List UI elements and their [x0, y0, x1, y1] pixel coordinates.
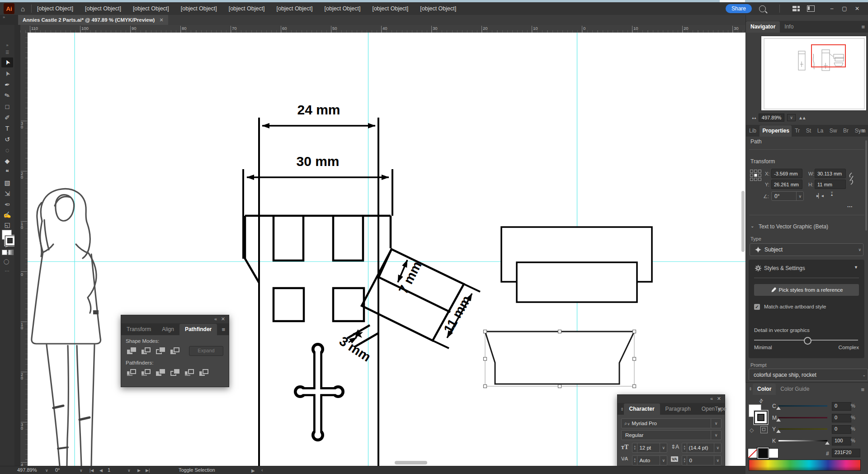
pen-tool[interactable]: ✒ — [1, 80, 13, 90]
color-tab[interactable]: Color — [753, 384, 776, 395]
document-close-icon[interactable]: ✕ — [159, 17, 163, 23]
reference-point-grid[interactable] — [750, 169, 761, 181]
maximize-button[interactable]: ▢ — [838, 5, 851, 12]
font-family-field[interactable]: ⌕∨ Myriad Pro — [621, 418, 712, 428]
eraser-tool[interactable]: ◆ — [1, 156, 13, 166]
toolbar-grip[interactable]: ☰ — [1, 47, 13, 57]
flip-horizontal-icon[interactable]: ▸▏◂ — [816, 193, 823, 198]
styles-collapse-icon[interactable]: ▼ — [854, 265, 858, 270]
toolbar-more-icon[interactable]: … — [5, 267, 9, 272]
kerning-field[interactable]: ∧∨Auto ∨ — [632, 455, 667, 465]
exclude[interactable] — [170, 347, 180, 355]
rectangle-tool[interactable]: □ — [1, 102, 13, 112]
collapse-icon[interactable]: « — [214, 316, 217, 322]
color-tab[interactable]: Color Guide — [776, 384, 814, 395]
scale-tool[interactable]: ⇲ — [1, 189, 13, 199]
trim[interactable] — [141, 369, 151, 376]
navigator-tab[interactable]: Navigator — [746, 21, 780, 33]
minus-back[interactable] — [199, 369, 209, 376]
intersect[interactable] — [156, 347, 165, 355]
channel-slider[interactable] — [778, 417, 827, 418]
w-field[interactable]: 30.113 mm — [815, 169, 846, 178]
status-rotation-value[interactable]: 0° — [55, 467, 60, 473]
panel-tab[interactable]: Character — [624, 403, 660, 415]
dock-tab[interactable]: La — [814, 125, 826, 137]
properties-menu-icon[interactable]: ≡ — [861, 128, 865, 134]
dock-tab[interactable]: Br — [840, 125, 852, 137]
pick-styles-button[interactable]: Pick styles from a reference — [754, 284, 859, 296]
curvature-tool[interactable]: ✎ — [1, 90, 13, 100]
properties-scrollbar[interactable] — [865, 140, 867, 231]
artboard-last-icon[interactable]: ▶| — [146, 468, 150, 473]
channel-slider[interactable] — [778, 428, 827, 430]
tracking-field[interactable]: ∧∨0 ∨ — [682, 455, 722, 465]
more-options-icon[interactable]: ··· — [847, 204, 853, 210]
collapse-icon[interactable]: « — [710, 396, 713, 401]
channel-value[interactable]: 0 — [832, 402, 851, 411]
lasso-tool[interactable]: ◌ — [1, 145, 13, 155]
channel-slider-knob[interactable] — [776, 430, 781, 433]
none-swatch[interactable] — [748, 448, 758, 458]
dock-tab[interactable]: Sw — [826, 125, 840, 137]
pathfinder-header[interactable]: « ✕ — [121, 315, 229, 323]
channel-slider-knob[interactable] — [776, 407, 781, 410]
black-swatch[interactable] — [758, 448, 768, 458]
status-play-icon[interactable]: ▶ — [251, 468, 255, 473]
constrain-proportions-link-icon[interactable] — [848, 172, 855, 185]
crop[interactable] — [170, 369, 180, 376]
hex-value-field[interactable]: 231F20 — [832, 449, 860, 457]
h-field[interactable]: 11 mm — [815, 180, 846, 189]
dock-tab[interactable]: Properties — [760, 125, 792, 137]
divide[interactable] — [127, 369, 137, 376]
styles-settings-label[interactable]: Styles & Settings — [764, 265, 805, 271]
unite[interactable] — [127, 347, 137, 355]
panel-tab[interactable]: Pathfinder — [179, 324, 217, 335]
y-field[interactable]: 26.261 mm — [771, 180, 802, 189]
artboard-next-icon[interactable]: ▶ — [137, 468, 141, 473]
font-size-field[interactable]: ∧∨12 pt ∨ — [632, 443, 667, 453]
character-menu-icon[interactable]: ≡ — [717, 406, 721, 412]
channel-value[interactable]: 0 — [832, 414, 851, 422]
panel-tab[interactable]: Transform — [121, 324, 156, 335]
panel-tab[interactable]: Paragraph — [660, 403, 696, 415]
stroke-mini-icon[interactable] — [760, 426, 768, 433]
artboard-prev-icon[interactable]: ◀ — [99, 468, 103, 473]
navigator-zoom-chevron-icon[interactable]: ∨ — [787, 114, 796, 121]
panel-minimize-icon[interactable]: ⇕ — [618, 404, 624, 415]
menu-item[interactable]: [object Object] — [229, 5, 265, 12]
status-zoom-value[interactable]: 497.89% — [17, 467, 37, 473]
flip-vertical-icon[interactable]: ▿▴ — [831, 191, 833, 196]
rotation-chevron-icon[interactable]: ∨ — [80, 468, 83, 473]
menu-item[interactable]: [object Object] — [277, 5, 313, 12]
artboard-number[interactable]: 1 — [108, 467, 110, 473]
menu-item[interactable]: [object Object] — [420, 5, 456, 12]
dock-tab[interactable]: Lib — [746, 125, 760, 137]
ttv-type-dropdown[interactable]: Subject ∨ — [750, 243, 863, 256]
pathfinder-menu-icon[interactable]: ≡ — [222, 326, 225, 333]
panel-tab[interactable]: OpenType — [696, 403, 732, 415]
prompt-input[interactable]: colorful space ship, rocket ⌄ — [749, 369, 868, 381]
home-icon[interactable]: ⌂ — [21, 5, 25, 13]
3d-cube-icon[interactable]: ◇ — [750, 427, 754, 433]
zoom-out-icon[interactable]: ▲▲ — [751, 116, 756, 119]
character-header[interactable]: « ✕ — [618, 395, 725, 403]
minimize-button[interactable]: – — [826, 5, 838, 12]
rotate-tool[interactable]: ↺ — [1, 134, 13, 144]
menu-item[interactable]: [object Object] — [372, 5, 408, 12]
color-spectrum-bar[interactable] — [749, 460, 861, 471]
rotation-dropdown[interactable]: 0°∨ — [771, 191, 804, 201]
navigator-zoom-value[interactable]: 497.89% — [759, 114, 784, 122]
document-tab[interactable]: Annies Castle 2 Parts.ai* @ 497.89 % (CM… — [18, 15, 168, 25]
dock-tab[interactable]: Tr — [792, 125, 803, 137]
channel-slider[interactable] — [778, 405, 827, 407]
navigator-tab[interactable]: Info — [780, 21, 798, 33]
merge[interactable] — [156, 369, 165, 376]
stroke-color-swatch[interactable] — [5, 236, 15, 246]
dock-tab[interactable]: St — [803, 125, 814, 137]
font-style-field[interactable]: Regular — [621, 430, 715, 440]
status-back-icon[interactable]: ‹ — [261, 467, 263, 473]
menu-item[interactable]: [object Object] — [133, 5, 169, 12]
channel-slider[interactable] — [778, 440, 827, 441]
white-swatch[interactable] — [769, 448, 778, 458]
outline[interactable] — [184, 369, 194, 376]
